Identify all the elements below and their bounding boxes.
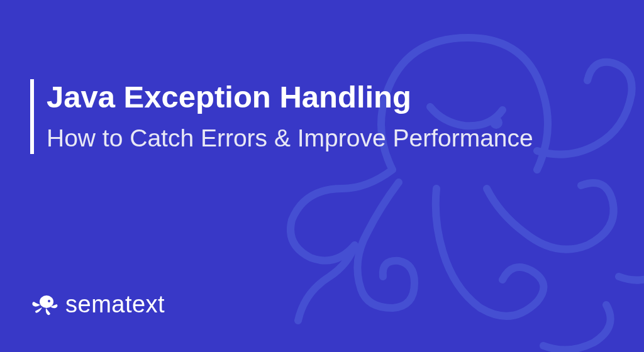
brand: sematext [30, 291, 165, 318]
brand-name: sematext [65, 291, 165, 318]
card-subtitle: How to Catch Errors & Improve Performanc… [47, 123, 533, 154]
octopus-logo-icon [30, 294, 59, 316]
svg-point-1 [40, 295, 53, 308]
card-title: Java Exception Handling [47, 79, 533, 114]
octopus-outline-icon [242, 13, 644, 352]
svg-point-2 [48, 300, 50, 302]
title-block: Java Exception Handling How to Catch Err… [30, 79, 533, 154]
